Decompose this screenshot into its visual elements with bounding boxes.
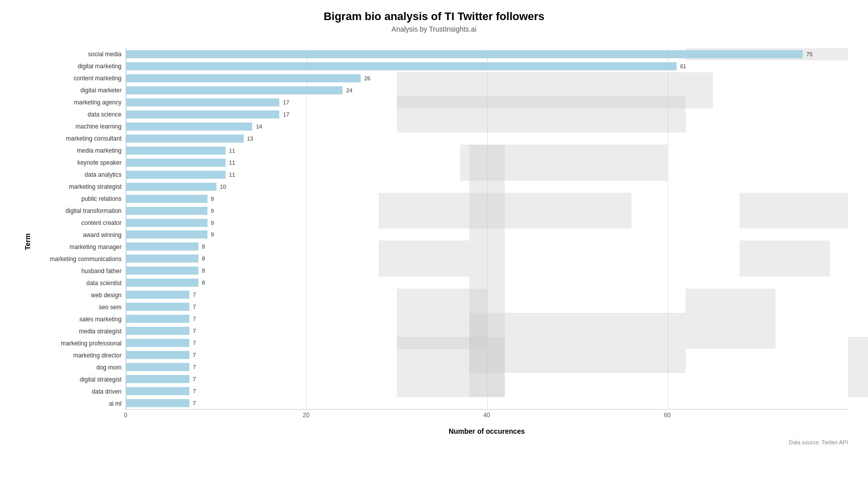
y-label: content creator [35,217,126,229]
bar-row: 10 [126,181,848,193]
bar [126,74,361,82]
y-label: media marketing [35,145,126,157]
bar-row: 9 [126,205,848,217]
bar-row: 17 [126,108,848,120]
bar-row: 8 [126,240,848,253]
y-label: sales marketing [35,313,126,325]
bar [126,399,189,407]
bar-row: 7 [126,385,848,397]
bar-value-label: 9 [211,220,214,226]
bar [126,315,189,323]
bar-value-label: 7 [193,388,196,394]
y-label: machine learning [35,120,126,133]
bar [126,159,226,167]
bars-area: social mediadigital marketingcontent mar… [35,48,848,410]
bar-row: 7 [126,301,848,313]
bar-row: 7 [126,289,848,301]
ci-box [848,337,868,397]
bar-value-label: 7 [193,340,196,346]
x-tick-label: 20 [303,412,309,419]
y-label: dog mom [35,361,126,374]
bar-row: 11 [126,169,848,181]
y-label: marketing strategist [35,181,126,193]
bar-row: 24 [126,84,848,96]
y-label: digital marketer [35,84,126,96]
y-label: marketing professional [35,337,126,349]
y-label: media strategist [35,325,126,337]
bar [126,183,216,191]
chart-title: Bigram bio analysis of TI Twitter follow… [20,10,848,23]
bar-row: 7 [126,337,848,349]
y-axis-label: Term [20,48,35,435]
bar-value-label: 61 [680,63,686,69]
bar-row: 8 [126,253,848,265]
x-axis: 0204060 [35,412,848,424]
x-ticks: 0204060 [126,412,848,424]
chart-container: Term social mediadigital marketingconten… [20,48,848,435]
x-tick-label: 60 [664,412,671,419]
bar-value-label: 9 [211,208,214,214]
bar-row: 8 [126,265,848,277]
bar-row: 7 [126,373,848,385]
bar-row: 7 [126,313,848,325]
y-label: marketing manager [35,241,126,253]
bar-value-label: 10 [220,184,226,190]
bar-value-label: 7 [193,400,196,406]
bar [126,230,207,238]
bar-row: 11 [126,145,848,157]
y-label: seo sem [35,301,126,313]
y-label: digital marketing [35,60,126,72]
bar-row: 13 [126,133,848,145]
y-label: marketing consultant [35,133,126,145]
bar-row: 11 [126,157,848,169]
bar-value-label: 8 [202,280,205,286]
bar-row: 7 [126,349,848,361]
bar-row: 26 [126,72,848,84]
y-label: digital strategist [35,374,126,386]
y-label: data scientist [35,277,126,289]
bar-value-label: 11 [229,148,235,154]
bar [126,255,198,263]
bar-row: 14 [126,120,848,133]
bar-row: 9 [126,229,848,241]
y-label: husband father [35,265,126,277]
bar-value-label: 7 [193,316,196,322]
bar-value-label: 26 [364,75,370,81]
bar-value-label: 14 [256,124,262,130]
bar [126,171,226,179]
chart-inner: social mediadigital marketingcontent mar… [35,48,848,435]
bar [126,147,226,155]
bar [126,50,803,58]
bar [126,351,189,359]
bar [126,339,189,347]
bar-row: 61 [126,60,848,72]
bar-value-label: 7 [193,376,196,382]
bar-value-label: 11 [229,160,235,166]
bar-value-label: 8 [202,256,205,262]
bar [126,303,189,311]
bar-row: 7 [126,361,848,373]
bar-value-label: 7 [193,292,196,298]
bar-value-label: 9 [211,196,214,202]
y-label: award winning [35,229,126,241]
y-label: social media [35,48,126,60]
bar-value-label: 7 [193,328,196,334]
bar-value-label: 7 [193,364,196,370]
bar-row: 9 [126,193,848,205]
bar-value-label: 9 [211,231,214,237]
bar-value-label: 8 [202,268,205,274]
bar-value-label: 11 [229,172,235,178]
chart-subtitle: Analysis by TrustInsights.ai [20,25,848,33]
bar [126,267,198,275]
x-tick-label: 40 [483,412,490,419]
bar [126,207,207,215]
bar [126,327,189,335]
y-label: marketing communications [35,253,126,265]
bar [126,387,189,395]
bar-row: 17 [126,96,848,108]
bar-value-label: 7 [193,304,196,310]
bar [126,98,279,106]
bar-value-label: 13 [247,136,253,142]
bar [126,363,189,371]
y-label: data analytics [35,169,126,181]
